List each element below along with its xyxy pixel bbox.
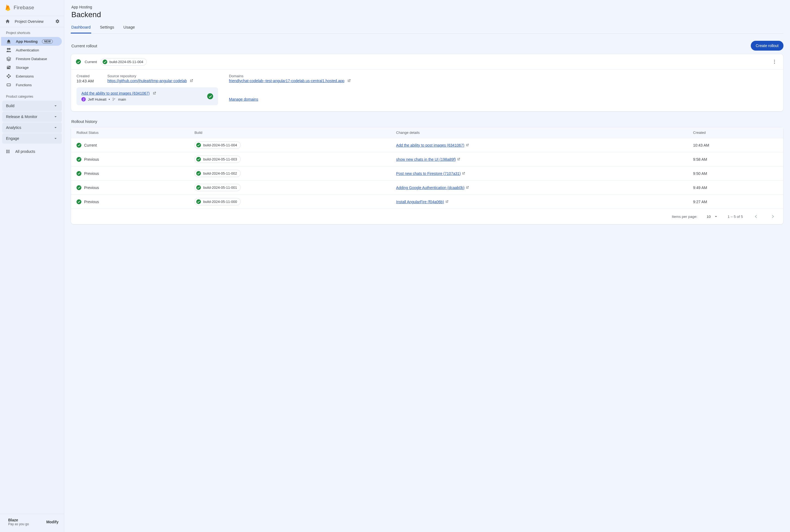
categories-heading: Product categories [0,91,64,101]
tab-settings[interactable]: Settings [99,22,115,34]
plan-footer: Blaze Pay as you go Modify [0,514,64,532]
brand-name: Firebase [14,5,34,11]
build-chip[interactable]: build-2024-05-11-002 [195,170,240,177]
col-created: Created [688,127,783,138]
sidebar-item-extensions[interactable]: Extensions [1,72,63,80]
col-build: Build [189,127,391,138]
author-avatar: J [81,97,86,101]
domain-link[interactable]: friendlychat-codelab--test-angular17-cod… [229,79,344,83]
domains-label: Domains [229,74,778,78]
change-link[interactable]: Add the ability to post images (6341067) [396,143,464,147]
build-chip[interactable]: build-2024-05-11-004 [195,141,240,149]
status-success-icon [76,143,81,148]
col-change: Change details [391,127,688,138]
repo-link[interactable]: https://github.com/jhuleatt/tmp-angular-… [107,79,187,83]
commit-summary: Add the ability to post images (6341067)… [76,87,218,105]
home-icon [5,19,10,24]
chevron-down-icon [53,114,58,119]
shortcut-icon [6,73,12,79]
main-content: App Hosting Backend DashboardSettingsUsa… [64,0,790,532]
page-prev-button[interactable] [752,213,760,220]
settings-gear-icon[interactable] [55,19,60,24]
all-products-link[interactable]: All products [0,144,64,159]
status-success-icon [76,171,81,176]
rollout-history-card: Rollout Status Build Change details Crea… [71,127,784,224]
breadcrumb[interactable]: App Hosting [71,5,784,9]
external-link-icon [152,92,156,96]
sidebar-item-app-hosting[interactable]: App HostingNEW [1,37,62,46]
sidebar-item-label: Functions [16,83,32,87]
build-chip-label: build-2024-05-11-001 [203,186,237,190]
chevron-down-icon [53,103,58,108]
create-rollout-button[interactable]: Create rollout [751,41,784,51]
branch-icon [112,97,116,101]
page-range: 1 – 5 of 5 [728,214,743,219]
brand[interactable]: Firebase [0,0,64,16]
external-link-icon [462,171,465,176]
build-chip[interactable]: build-2024-05-11-004 [101,58,147,65]
category-label: Engage [6,136,19,140]
commit-author: Jeff Huleatt [88,97,107,101]
external-link-icon [465,143,469,147]
build-chip[interactable]: build-2024-05-11-003 [195,156,240,163]
chevron-down-icon [53,125,58,130]
build-chip[interactable]: build-2024-05-11-001 [195,184,240,191]
category-label: Release & Monitor [6,114,37,119]
external-link-icon [189,79,193,83]
sidebar-item-label: Extensions [16,74,34,78]
status-success-icon [196,157,201,162]
category-build[interactable]: Build [2,101,62,111]
sidebar-item-label: Authentication [16,48,39,52]
category-engage[interactable]: Engage [2,133,62,144]
row-status: Previous [84,171,99,176]
change-link[interactable]: show new chats in the UI (198a89f) [396,157,456,162]
category-release-monitor[interactable]: Release & Monitor [2,112,62,122]
created-value: 10:43 AM [76,79,94,83]
tab-bar: DashboardSettingsUsage [71,22,784,34]
change-link[interactable]: Install AngularFire (f04a06b) [396,200,444,204]
project-overview-link[interactable]: Project Overview [5,19,43,24]
row-status: Current [84,143,97,147]
page-size-select[interactable]: 10 [707,214,718,219]
sidebar-item-authentication[interactable]: Authentication [1,46,63,54]
table-pager: Items per page: 10 1 – 5 of 5 [71,209,783,224]
items-per-page-label: Items per page: [672,214,697,219]
category-analytics[interactable]: Analytics [2,122,62,133]
table-row: Previousbuild-2024-05-11-001Adding Googl… [71,180,783,195]
shortcut-icon [6,65,12,70]
sidebar-item-functions[interactable]: (·)Functions [1,80,63,89]
sidebar: Firebase Project Overview Project shortc… [0,0,64,532]
status-success-icon [207,93,213,99]
category-label: Analytics [6,126,21,130]
manage-domains-link[interactable]: Manage domains [229,97,258,101]
row-created: 10:43 AM [688,138,783,152]
row-created: 9:27 AM [688,195,783,209]
tab-usage[interactable]: Usage [123,22,135,34]
current-rollout-title: Current rollout [71,43,97,48]
build-chip-label: build-2024-05-11-002 [203,171,237,175]
shortcut-icon [6,56,12,61]
overflow-menu-icon[interactable] [771,58,778,65]
build-chip[interactable]: build-2024-05-11-000 [195,198,240,205]
commit-link[interactable]: Add the ability to post images (6341067) [81,91,150,95]
page-next-button[interactable] [769,213,777,220]
tab-dashboard[interactable]: Dashboard [71,22,91,34]
shortcut-icon: (·) [6,82,12,88]
firebase-logo-icon [5,4,11,12]
change-link[interactable]: Post new chats to Firestore (7107a31) [396,171,461,176]
build-chip-label: build-2024-05-11-004 [109,60,143,64]
project-overview-row: Project Overview [0,16,64,27]
shortcut-icon [6,39,12,44]
row-status: Previous [84,200,99,204]
plan-modify-button[interactable]: Modify [46,520,58,524]
sidebar-item-storage[interactable]: Storage [1,63,63,72]
row-status: Previous [84,186,99,190]
status-success-icon [76,157,81,162]
external-link-icon [445,200,448,204]
category-label: Build [6,103,14,108]
sidebar-item-firestore-database[interactable]: Firestore Database [1,54,63,63]
page-size-value: 10 [707,214,711,219]
change-link[interactable]: Adding Google Authentication (dcaab0b) [396,186,464,190]
col-status: Rollout Status [71,127,189,138]
rollout-history-table: Rollout Status Build Change details Crea… [71,127,783,209]
